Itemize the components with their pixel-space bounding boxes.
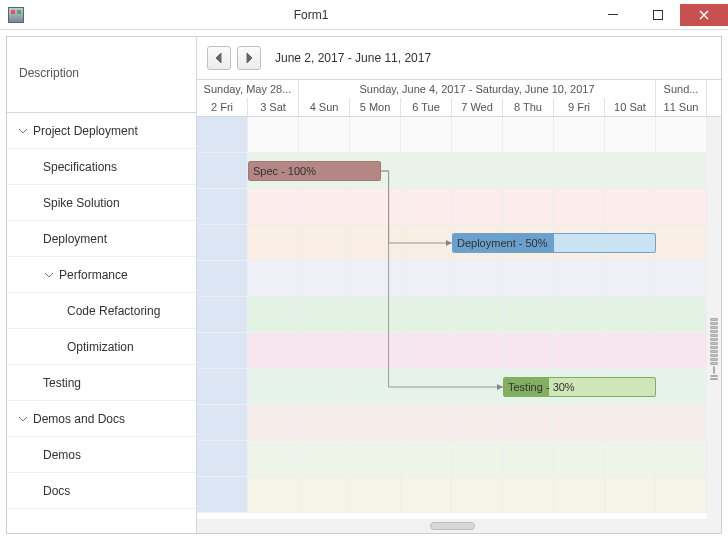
gantt-toolbar: June 2, 2017 - June 11, 2017 xyxy=(197,37,721,79)
gantt-cell xyxy=(401,153,452,188)
scroll-thumb-icon[interactable] xyxy=(430,522,475,530)
tree-row[interactable]: Code Refactoring xyxy=(7,293,196,329)
gantt-cell xyxy=(248,261,299,296)
gantt-cell xyxy=(503,261,554,296)
maximize-button[interactable] xyxy=(635,4,680,26)
gantt-cell xyxy=(503,117,554,152)
gantt-row xyxy=(197,189,707,225)
gantt-cell xyxy=(554,261,605,296)
gantt-cell xyxy=(197,117,248,152)
gantt-cell xyxy=(350,333,401,368)
minimize-button[interactable] xyxy=(590,4,635,26)
task-tree[interactable]: Project DeploymentSpecificationsSpike So… xyxy=(7,113,196,533)
timeline-header: Sunday, May 28...Sunday, June 4, 2017 - … xyxy=(197,79,721,117)
gantt-cell xyxy=(656,477,707,512)
tree-row-label: Optimization xyxy=(67,340,134,354)
gantt-cell xyxy=(605,261,656,296)
header-day: 8 Thu xyxy=(503,98,554,116)
gantt-cell xyxy=(452,117,503,152)
gantt-cell xyxy=(401,477,452,512)
gantt-cell xyxy=(452,369,503,404)
tree-row[interactable]: Project Deployment xyxy=(7,113,196,149)
task-bar-test[interactable]: Testing - 30% xyxy=(503,377,656,397)
tree-row-label: Specifications xyxy=(43,160,117,174)
tree-row-label: Code Refactoring xyxy=(67,304,160,318)
chevron-down-icon[interactable] xyxy=(17,413,29,425)
date-range-label: June 2, 2017 - June 11, 2017 xyxy=(275,51,431,65)
gantt-cell xyxy=(197,333,248,368)
gantt-cell xyxy=(350,261,401,296)
tree-row-label: Demos and Docs xyxy=(33,412,125,426)
gantt-cell xyxy=(197,225,248,260)
tree-row[interactable]: Docs xyxy=(7,473,196,509)
next-button[interactable] xyxy=(237,46,261,70)
gantt-cell xyxy=(299,333,350,368)
chevron-down-icon[interactable] xyxy=(17,125,29,137)
gantt-cell xyxy=(401,225,452,260)
gantt-cell xyxy=(656,261,707,296)
gantt-cell xyxy=(248,225,299,260)
tree-row[interactable]: Demos and Docs xyxy=(7,401,196,437)
gantt-cell xyxy=(503,405,554,440)
gantt-cell xyxy=(401,405,452,440)
gantt-cell xyxy=(248,189,299,224)
close-button[interactable] xyxy=(680,4,728,26)
gantt-cell xyxy=(452,405,503,440)
gantt-cell xyxy=(503,441,554,476)
header-group: Sunday, June 4, 2017 - Saturday, June 10… xyxy=(299,80,656,98)
tree-row-label: Project Deployment xyxy=(33,124,138,138)
gantt-row xyxy=(197,441,707,477)
gantt-cell xyxy=(554,297,605,332)
header-day: 3 Sat xyxy=(248,98,299,116)
gantt-cell xyxy=(350,225,401,260)
gantt-cell xyxy=(350,405,401,440)
tree-row[interactable]: Optimization xyxy=(7,329,196,365)
gantt-cell xyxy=(197,297,248,332)
gantt-cell xyxy=(197,261,248,296)
horizontal-scrollbar[interactable] xyxy=(197,519,707,533)
tree-row[interactable]: Spike Solution xyxy=(7,185,196,221)
gantt-cell xyxy=(197,405,248,440)
prev-button[interactable] xyxy=(207,46,231,70)
gantt-cell xyxy=(554,189,605,224)
gantt-cell xyxy=(554,333,605,368)
tree-row[interactable]: Demos xyxy=(7,437,196,473)
tree-row[interactable]: Deployment xyxy=(7,221,196,257)
gantt-cell xyxy=(605,333,656,368)
gantt-cell xyxy=(605,441,656,476)
gantt-cell xyxy=(299,261,350,296)
gantt-cell xyxy=(503,333,554,368)
scrollbar-corner xyxy=(707,519,721,533)
gantt-cell xyxy=(401,297,452,332)
gantt-cell xyxy=(605,297,656,332)
gantt-cell xyxy=(452,261,503,296)
vertical-scrollbar[interactable] xyxy=(707,117,721,519)
gantt-cell xyxy=(350,117,401,152)
gantt-cell xyxy=(401,441,452,476)
gantt-grid[interactable]: Spec - 100%Deployment - 50%Testing - 30% xyxy=(197,117,721,533)
gantt-cell xyxy=(299,297,350,332)
gantt-cell xyxy=(248,333,299,368)
gantt-cell xyxy=(554,441,605,476)
tree-row-label: Testing xyxy=(43,376,81,390)
gantt-row xyxy=(197,333,707,369)
gantt-cell xyxy=(248,117,299,152)
gantt-cell xyxy=(452,333,503,368)
window-title: Form1 xyxy=(32,8,590,22)
task-bar-spec[interactable]: Spec - 100% xyxy=(248,161,381,181)
gantt-cell xyxy=(197,189,248,224)
header-group: Sunday, May 28... xyxy=(197,80,299,98)
gantt-cell xyxy=(197,441,248,476)
gantt-cell xyxy=(197,477,248,512)
gantt-cell xyxy=(554,477,605,512)
gantt-cell xyxy=(605,117,656,152)
chevron-down-icon[interactable] xyxy=(43,269,55,281)
tree-row[interactable]: Performance xyxy=(7,257,196,293)
task-bar-deploy[interactable]: Deployment - 50% xyxy=(452,233,656,253)
gantt-cell xyxy=(401,189,452,224)
task-bar-label: Spec - 100% xyxy=(253,165,316,177)
tree-row[interactable]: Specifications xyxy=(7,149,196,185)
tree-row[interactable]: Testing xyxy=(7,365,196,401)
scroll-thumb-icon[interactable] xyxy=(707,317,721,381)
titlebar: Form1 xyxy=(0,0,728,30)
